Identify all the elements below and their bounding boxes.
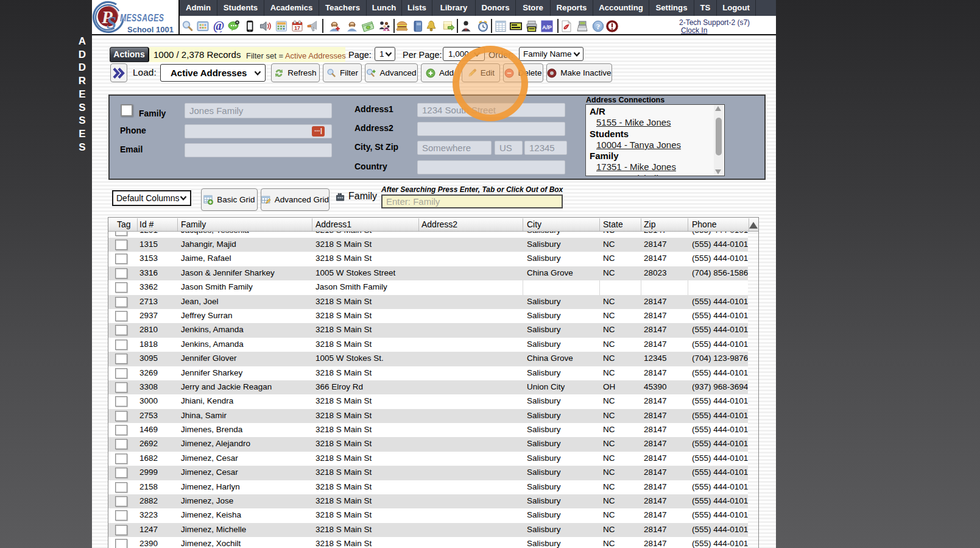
svg-text:A/P: A/P	[542, 24, 552, 30]
svg-text:@: @	[213, 20, 225, 32]
svg-text:?: ?	[596, 22, 601, 31]
svg-text:S: S	[107, 13, 116, 32]
svg-text:17: 17	[294, 25, 300, 31]
